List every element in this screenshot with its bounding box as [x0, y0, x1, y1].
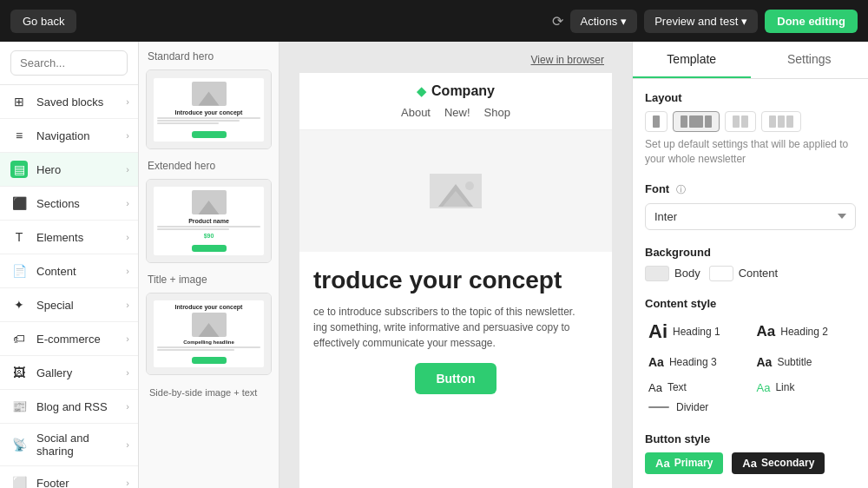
- content-style-link[interactable]: Aa Link: [753, 378, 857, 398]
- ecommerce-icon: 🏷: [10, 330, 28, 347]
- button-style-label: Button style: [645, 432, 856, 445]
- template-card-extended-hero[interactable]: Product name $90: [146, 179, 272, 263]
- canvas-hero-image: [299, 130, 612, 252]
- saved-blocks-icon: ⊞: [10, 93, 28, 110]
- nav-link-shop[interactable]: Shop: [484, 106, 510, 119]
- sidebar-item-sections[interactable]: ⬛ Sections ›: [0, 187, 138, 221]
- canvas-hero-button[interactable]: Button: [415, 363, 496, 394]
- background-label: Background: [645, 246, 856, 259]
- content-label: Content: [739, 267, 779, 280]
- view-in-browser-link[interactable]: View in browser: [531, 47, 618, 73]
- nav-link-about[interactable]: About: [401, 106, 431, 119]
- heading1-label: Heading 1: [673, 326, 720, 338]
- content-style-heading2[interactable]: Aa Heading 2: [753, 317, 857, 346]
- heading3-sample: Aa: [648, 355, 664, 369]
- divider-label: Divider: [676, 401, 708, 413]
- secondary-button-label: Secondary: [761, 457, 814, 469]
- section-label-extended-hero: Extended hero: [146, 160, 272, 172]
- chevron-right-icon: ›: [126, 367, 129, 378]
- divider-line: [648, 406, 669, 408]
- chevron-right-icon: ›: [126, 232, 129, 242]
- button-style-row: Aa Primary Aa Secondary: [645, 452, 856, 474]
- company-name: Company: [431, 83, 495, 99]
- text-label: Text: [667, 381, 687, 393]
- content-icon: 📄: [10, 262, 28, 280]
- actions-button[interactable]: Actions ▾: [570, 10, 638, 33]
- sidebar-item-ecommerce[interactable]: 🏷 E-commerce ›: [0, 322, 138, 356]
- navigation-icon: ≡: [10, 127, 28, 144]
- sidebar-item-saved-blocks[interactable]: ⊞ Saved blocks ›: [0, 85, 138, 119]
- layout-option-1[interactable]: [645, 111, 667, 132]
- body-label: Body: [674, 267, 700, 280]
- template-card-inner: Introduce your concept: [147, 70, 271, 148]
- secondary-button-demo[interactable]: Aa Secondary: [732, 452, 825, 474]
- topbar-left: Go back: [10, 10, 76, 33]
- content-style-heading3[interactable]: Aa Heading 3: [645, 352, 748, 373]
- tab-settings[interactable]: Settings: [751, 42, 869, 78]
- canvas-hero-text: troduce your concept ce to introduce sub…: [299, 252, 612, 408]
- content-style-divider[interactable]: Divider: [645, 398, 856, 417]
- sidebar-item-social-sharing[interactable]: 📡 Social and sharing ›: [0, 424, 138, 466]
- subtitle-label: Subtitle: [777, 356, 812, 368]
- sidebar-item-elements[interactable]: T Elements ›: [0, 221, 138, 254]
- font-section: Font ⓘ Inter Arial Georgia Helvetica Tim…: [645, 182, 856, 230]
- font-select[interactable]: Inter Arial Georgia Helvetica Times New …: [645, 203, 856, 230]
- primary-button-label: Primary: [674, 457, 713, 469]
- content-style-subtitle[interactable]: Aa Subtitle: [753, 352, 857, 373]
- heading2-label: Heading 2: [780, 326, 828, 338]
- hero-mountain-icon: [430, 174, 482, 208]
- layout-options: [645, 111, 856, 132]
- done-editing-button[interactable]: Done editing: [765, 10, 858, 33]
- sidebar-item-hero[interactable]: ▤ Hero ›: [0, 153, 138, 187]
- nav-items: ⊞ Saved blocks › ≡ Navigation › ▤ Hero ›…: [0, 85, 138, 488]
- link-label: Link: [775, 381, 794, 393]
- layout-option-4[interactable]: [761, 111, 801, 132]
- social-sharing-icon: 📡: [10, 436, 28, 453]
- text-sample: Aa: [648, 381, 662, 394]
- chevron-right-icon: ›: [126, 300, 129, 310]
- layout-option-2[interactable]: [673, 111, 720, 132]
- content-style-heading1[interactable]: Ai Heading 1: [645, 317, 748, 346]
- elements-icon: T: [10, 228, 28, 246]
- tab-template[interactable]: Template: [633, 42, 751, 78]
- search-input[interactable]: [10, 50, 128, 76]
- section-label-standard-hero: Standard hero: [146, 50, 272, 63]
- canvas-area: View in browser ◆ Company About New! Sho…: [279, 42, 632, 488]
- template-panel: Standard hero Introduce your concept: [139, 42, 279, 488]
- chevron-right-icon: ›: [126, 96, 129, 107]
- history-icon[interactable]: ⟳: [552, 13, 563, 30]
- go-back-button[interactable]: Go back: [10, 10, 76, 33]
- sidebar-item-navigation[interactable]: ≡ Navigation ›: [0, 119, 138, 153]
- bg-option-content[interactable]: Content: [709, 266, 779, 281]
- canvas-content: ◆ Company About New! Shop troduce y: [299, 73, 612, 488]
- sidebar-item-gallery[interactable]: 🖼 Gallery ›: [0, 356, 138, 390]
- preview-button[interactable]: Preview and test ▾: [644, 10, 758, 33]
- mountain-thumbnail-title-img: [192, 313, 227, 337]
- chevron-right-icon: ›: [126, 401, 129, 412]
- layout-option-3[interactable]: [725, 111, 756, 132]
- canvas-hero-body: ce to introduce subscribers to the topic…: [313, 304, 598, 351]
- chevron-right-icon: ›: [126, 439, 129, 450]
- content-swatch: [709, 266, 733, 281]
- template-card-inner-extended: Product name $90: [147, 180, 271, 262]
- template-card-standard-hero[interactable]: Introduce your concept: [146, 69, 272, 149]
- bg-option-body[interactable]: Body: [645, 266, 700, 281]
- chevron-right-icon: ›: [126, 478, 129, 488]
- link-sample: Aa: [757, 381, 771, 394]
- section-label-title-image: Title + image: [146, 274, 272, 286]
- content-style-text[interactable]: Aa Text: [645, 378, 748, 398]
- heading3-label: Heading 3: [669, 356, 717, 368]
- sidebar-item-special[interactable]: ✦ Special ›: [0, 288, 138, 322]
- sections-icon: ⬛: [10, 195, 28, 212]
- primary-button-demo[interactable]: Aa Primary: [645, 452, 723, 474]
- template-card-title-image[interactable]: Introduce your concept Compelling headli…: [146, 293, 272, 375]
- content-style-label: Content style: [645, 297, 856, 310]
- special-icon: ✦: [10, 296, 28, 313]
- sidebar-item-content[interactable]: 📄 Content ›: [0, 254, 138, 288]
- nav-link-new[interactable]: New!: [444, 106, 470, 119]
- chevron-right-icon: ›: [126, 266, 129, 276]
- sidebar-item-blog-rss[interactable]: 📰 Blog and RSS ›: [0, 390, 138, 424]
- layout-description: Set up default settings that will be app…: [645, 137, 856, 167]
- sidebar-item-footer[interactable]: ⬜ Footer ›: [0, 466, 138, 488]
- chevron-right-icon: ›: [126, 164, 129, 175]
